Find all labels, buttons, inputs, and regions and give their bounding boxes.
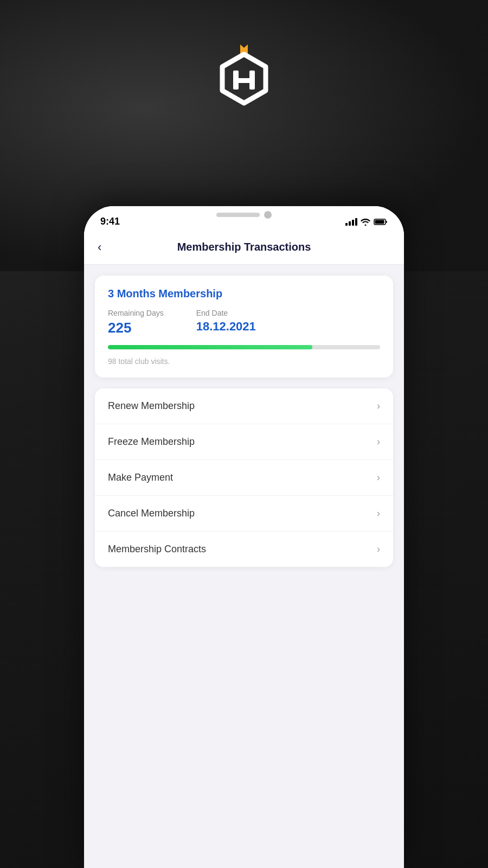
renew-membership-item[interactable]: Renew Membership › xyxy=(95,388,393,424)
remaining-days-value: 225 xyxy=(108,320,164,336)
renew-membership-chevron-icon: › xyxy=(377,400,380,412)
phone-mockup: 9:41 xyxy=(84,206,404,868)
cancel-membership-label: Cancel Membership xyxy=(108,508,195,519)
status-time: 9:41 xyxy=(100,216,120,227)
make-payment-item[interactable]: Make Payment › xyxy=(95,460,393,496)
app-logo xyxy=(209,43,279,114)
membership-contracts-item[interactable]: Membership Contracts › xyxy=(95,532,393,567)
make-payment-chevron-icon: › xyxy=(377,472,380,483)
renew-membership-label: Renew Membership xyxy=(108,400,195,412)
freeze-membership-item[interactable]: Freeze Membership › xyxy=(95,424,393,460)
svg-rect-4 xyxy=(233,78,255,83)
logo-container xyxy=(209,43,279,114)
end-date-value: 18.12.2021 xyxy=(196,320,256,334)
remaining-days-label: Remaining Days xyxy=(108,309,164,317)
freeze-membership-chevron-icon: › xyxy=(377,436,380,448)
membership-stats: Remaining Days 225 End Date 18.12.2021 xyxy=(108,309,380,336)
notch xyxy=(201,206,287,224)
back-button[interactable]: ‹ xyxy=(98,240,101,254)
membership-contracts-label: Membership Contracts xyxy=(108,544,206,555)
end-date-label: End Date xyxy=(196,309,256,317)
end-date-stat: End Date 18.12.2021 xyxy=(196,309,256,336)
membership-card: 3 Months Membership Remaining Days 225 E… xyxy=(95,276,393,378)
menu-list: Renew Membership › Freeze Membership › M… xyxy=(95,388,393,567)
svg-rect-6 xyxy=(375,220,384,224)
freeze-membership-label: Freeze Membership xyxy=(108,436,195,448)
progress-bar-fill xyxy=(108,345,312,349)
membership-contracts-chevron-icon: › xyxy=(377,544,380,555)
remaining-days-stat: Remaining Days 225 xyxy=(108,309,164,336)
battery-icon xyxy=(374,218,388,226)
back-chevron-icon: ‹ xyxy=(98,240,101,254)
nav-header: ‹ Membership Transactions xyxy=(84,233,404,265)
notch-camera xyxy=(264,211,272,219)
visits-count: 98 total club visits. xyxy=(108,357,380,366)
progress-bar-background xyxy=(108,345,380,349)
status-icons xyxy=(345,218,388,226)
signal-icon xyxy=(345,218,357,226)
wifi-icon xyxy=(361,218,370,226)
page-title: Membership Transactions xyxy=(177,241,311,253)
notch-pill xyxy=(216,213,260,217)
main-content: 3 Months Membership Remaining Days 225 E… xyxy=(84,265,404,868)
make-payment-label: Make Payment xyxy=(108,472,173,483)
cancel-membership-chevron-icon: › xyxy=(377,508,380,519)
membership-type-title: 3 Months Membership xyxy=(108,288,380,300)
cancel-membership-item[interactable]: Cancel Membership › xyxy=(95,496,393,532)
